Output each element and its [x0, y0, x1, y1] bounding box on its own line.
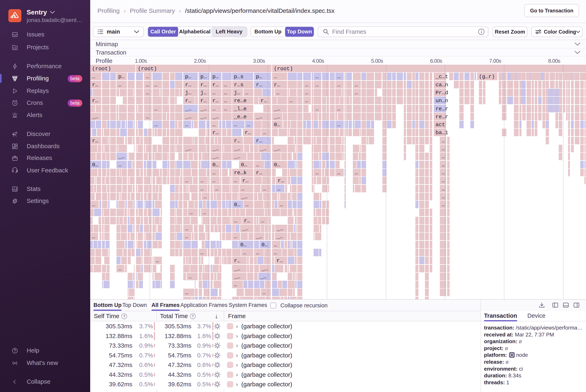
- svg-text:…: …: [185, 234, 188, 240]
- svg-text:_…: _…: [234, 266, 240, 272]
- svg-text:r…: r…: [92, 82, 98, 88]
- svg-text:r…: r…: [185, 98, 191, 104]
- svg-text:…: …: [224, 82, 227, 88]
- svg-text:…: …: [154, 106, 158, 112]
- svg-text:…: …: [442, 162, 445, 168]
- svg-text:r…: r…: [200, 98, 207, 104]
- svg-text:ba…1: ba…1: [435, 130, 448, 136]
- svg-text:r…: r…: [245, 130, 251, 136]
- svg-text:0…: 0…: [261, 242, 268, 248]
- svg-text:r…: r…: [244, 218, 250, 224]
- svg-text:…: …: [263, 186, 266, 192]
- svg-text:_…: _…: [200, 114, 207, 120]
- svg-text:_…: _…: [260, 274, 267, 280]
- svg-text:_…: _…: [234, 146, 240, 152]
- svg-text:…: …: [276, 90, 280, 96]
- svg-text:j…: j…: [185, 90, 191, 96]
- svg-text:…: …: [224, 98, 227, 104]
- svg-text:…: …: [200, 250, 204, 256]
- svg-text:_…: _…: [242, 226, 248, 232]
- svg-text:…: …: [274, 250, 277, 256]
- svg-text:r…: r…: [212, 98, 219, 104]
- svg-text:_…: _…: [200, 106, 207, 112]
- svg-text:…: …: [118, 162, 122, 168]
- svg-text:…: …: [337, 170, 340, 176]
- svg-text:…: …: [274, 242, 277, 248]
- svg-text:_…: _…: [256, 114, 262, 120]
- svg-text:r…: r…: [212, 130, 219, 136]
- svg-text:…: …: [203, 210, 206, 216]
- svg-text:r…: r…: [256, 170, 262, 176]
- svg-text:_…: _…: [185, 146, 191, 152]
- svg-text:_…: _…: [274, 114, 280, 120]
- svg-text:re…r: re…r: [435, 106, 448, 112]
- svg-text:_l…e: _l…e: [234, 106, 247, 112]
- svg-text:…: …: [290, 98, 293, 104]
- svg-text:p…s: p…s: [234, 74, 244, 80]
- svg-text:…: …: [337, 122, 340, 128]
- svg-text:…: …: [156, 258, 159, 264]
- svg-text:0…: 0…: [274, 122, 280, 128]
- svg-text:re…r: re…r: [435, 114, 448, 120]
- svg-text:…: …: [280, 202, 283, 208]
- svg-text:…: …: [200, 178, 204, 184]
- svg-text:…: …: [212, 178, 216, 184]
- svg-text:…: …: [212, 90, 216, 96]
- svg-text:…: …: [277, 186, 281, 192]
- svg-text:…: …: [212, 170, 216, 176]
- svg-text:…: …: [189, 274, 192, 280]
- svg-text:0…: 0…: [274, 162, 280, 168]
- svg-text:…: …: [315, 170, 319, 176]
- svg-text:…: …: [262, 290, 266, 296]
- svg-text:…: …: [442, 154, 445, 160]
- svg-text:r…: r…: [256, 138, 262, 144]
- svg-text:r…: r…: [242, 298, 248, 299]
- svg-text:…: …: [212, 106, 216, 112]
- svg-text:…: …: [234, 178, 237, 184]
- svg-text:…: …: [224, 106, 227, 112]
- svg-text:…: …: [154, 122, 158, 128]
- svg-text:…: …: [256, 250, 259, 256]
- svg-text:r…: r…: [92, 98, 98, 104]
- svg-text:_…: _…: [274, 146, 280, 152]
- svg-text:…: …: [274, 74, 277, 80]
- svg-text:_…: _…: [260, 146, 267, 152]
- svg-text:…: …: [337, 74, 340, 80]
- svg-text:_e…e: _e…e: [234, 114, 247, 120]
- svg-text:p…: p…: [256, 74, 262, 80]
- svg-text:…: …: [442, 138, 445, 144]
- svg-text:(root): (root): [138, 66, 157, 72]
- svg-text:0…: 0…: [241, 162, 247, 168]
- svg-text:r…: r…: [242, 178, 249, 184]
- svg-text:…: …: [355, 170, 358, 176]
- svg-text:…: …: [146, 82, 149, 88]
- svg-text:j…: j…: [234, 90, 240, 96]
- svg-text:_…: _…: [212, 114, 219, 120]
- svg-text:…: …: [315, 106, 319, 112]
- svg-text:Pr…d: Pr…d: [435, 90, 448, 96]
- svg-text:_…: _…: [277, 226, 283, 232]
- svg-text:…: …: [146, 90, 149, 96]
- svg-text:_…: _…: [234, 154, 240, 160]
- svg-text:(root): (root): [274, 66, 293, 72]
- svg-text:p…: p…: [200, 74, 207, 80]
- svg-text:r…: r…: [261, 98, 267, 104]
- svg-text:_…: _…: [261, 266, 268, 272]
- svg-text:r…: r…: [234, 258, 240, 264]
- svg-text:(root): (root): [92, 66, 111, 72]
- svg-text:_…: _…: [212, 154, 219, 160]
- svg-text:…: …: [442, 170, 445, 176]
- svg-text:r…: r…: [200, 82, 207, 88]
- svg-text:…: …: [92, 202, 95, 208]
- svg-text:0…: 0…: [234, 202, 240, 208]
- svg-text:…: …: [234, 218, 237, 224]
- svg-text:0…: 0…: [240, 242, 247, 248]
- svg-text:…: …: [212, 122, 216, 128]
- svg-text:r…: r…: [256, 82, 262, 88]
- svg-text:…: …: [315, 74, 319, 80]
- svg-text:r…: r…: [234, 138, 240, 144]
- svg-text:r…: r…: [92, 138, 98, 144]
- svg-text:…: …: [234, 282, 237, 288]
- svg-text:…: …: [203, 194, 207, 200]
- svg-text:…: …: [224, 90, 227, 96]
